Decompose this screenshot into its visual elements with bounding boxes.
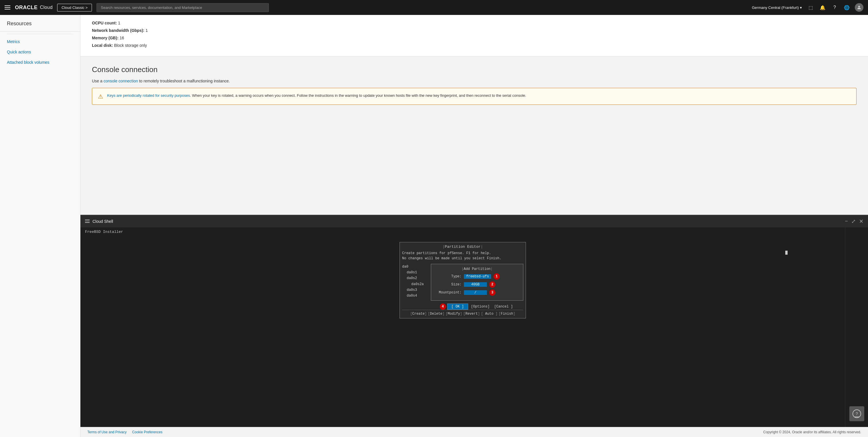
notifications-icon[interactable]: 🔔 xyxy=(818,3,827,11)
freebsd-installer-label: FreeBSD Installer xyxy=(81,227,845,236)
svg-rect-4 xyxy=(854,416,860,417)
cloud-classic-button[interactable]: Cloud Classic > xyxy=(57,4,92,11)
memory-label: Memory (GB): xyxy=(92,36,119,40)
delete-btn[interactable]: [Delete] xyxy=(428,312,445,316)
region-label: Germany Central (Frankfurt) xyxy=(752,5,799,10)
disk-row: Local disk: Block storage only xyxy=(92,43,857,48)
region-chevron-icon: ▾ xyxy=(800,5,802,10)
sidebar-item-quick-actions[interactable]: Quick actions xyxy=(0,47,80,57)
modify-btn[interactable]: [Modify] xyxy=(445,312,462,316)
terminal-area: FreeBSD Installer |Partition Editor| Cre… xyxy=(81,227,868,427)
nav-right-area: Germany Central (Frankfurt) ▾ ⬚ 🔔 ? 🌐 xyxy=(752,3,863,12)
partition-outer-box: |Partition Editor| Create partitions for… xyxy=(400,242,526,318)
options-button[interactable]: [Options] xyxy=(469,304,491,310)
terminal-content[interactable]: |Partition Editor| Create partitions for… xyxy=(81,236,845,427)
content-area: OCPU count: 1 Network bandwidth (Gbps): … xyxy=(81,15,868,215)
sidebar-item-attached-block-volumes[interactable]: Attached block volumes xyxy=(0,57,80,67)
console-connection-link[interactable]: console connection xyxy=(103,79,138,83)
cloud-shell-close-button[interactable]: ✕ xyxy=(859,218,863,224)
top-navigation: ORACLE Cloud Cloud Classic > Germany Cen… xyxy=(0,0,868,15)
partition-da0s3: da0s3 xyxy=(402,287,431,293)
sidebar-item-metrics[interactable]: Metrics xyxy=(0,36,80,47)
step-number-2: 2 xyxy=(489,281,495,288)
memory-value: 16 xyxy=(120,36,124,40)
terminal-left-panel: FreeBSD Installer |Partition Editor| Cre… xyxy=(81,227,845,427)
sidebar-title: Resources xyxy=(0,21,80,32)
sidebar: Resources Metrics Quick actions Attached… xyxy=(0,15,81,437)
size-row: Size: 40GB 2 xyxy=(436,281,519,288)
partition-da0: da0 xyxy=(402,264,431,270)
svg-text:?: ? xyxy=(856,411,858,416)
cloud-shell-maximize-button[interactable]: ⤢ xyxy=(851,218,856,224)
partition-desc-line1: Create partitions for pfSense. F1 for he… xyxy=(402,251,523,256)
mountpoint-label: Mountpoint: xyxy=(436,290,462,294)
add-partition-box: |Add Partition| Type: freebsd-ufs 1 xyxy=(431,264,523,301)
type-value: freebsd-ufs xyxy=(464,274,491,279)
partition-desc-line2: No changes will be made until you select… xyxy=(402,256,523,261)
oracle-wordmark: ORACLE xyxy=(15,5,38,11)
console-section: Console connection Use a console connect… xyxy=(81,57,868,215)
oracle-logo: ORACLE Cloud xyxy=(15,5,53,11)
copyright-text: Copyright © 2024, Oracle and/or its affi… xyxy=(763,430,861,434)
step-number-4: 4 xyxy=(440,304,446,310)
help-icon-box[interactable]: ? xyxy=(849,406,864,421)
ap-action-buttons: 4 [ OK ] [Options] [Cancel ] xyxy=(431,304,523,310)
partition-da0s2: da0s2 xyxy=(402,275,431,281)
desc-suffix: to remotely troubleshoot a malfunctionin… xyxy=(138,79,230,83)
network-label: Network bandwidth (Gbps): xyxy=(92,28,145,33)
warning-rest: . When your key is rotated, a warning oc… xyxy=(190,93,526,98)
type-row: Type: freebsd-ufs 1 xyxy=(436,273,519,280)
mountpoint-value: / xyxy=(464,290,487,295)
mountpoint-row: Mountpoint: / 3 xyxy=(436,289,519,296)
terms-link[interactable]: Terms of Use and Privacy xyxy=(87,430,127,434)
hamburger-menu[interactable] xyxy=(5,5,10,9)
cloud-shell-icon[interactable]: ⬚ xyxy=(807,3,814,11)
cancel-button[interactable]: [Cancel ] xyxy=(493,304,515,310)
add-partition-container: |Add Partition| Type: freebsd-ufs 1 xyxy=(431,264,523,310)
size-value: 40GB xyxy=(464,282,487,287)
region-selector[interactable]: Germany Central (Frankfurt) ▾ xyxy=(752,5,802,10)
partition-bottom-bar: [Create] [Delete] [Modify] [Revert] [ Au… xyxy=(402,310,523,316)
ocpu-row: OCPU count: 1 xyxy=(92,21,857,25)
cloud-shell-actions: − ⤢ ✕ xyxy=(845,218,863,224)
memory-row: Memory (GB): 16 xyxy=(92,36,857,40)
disk-label: Local disk: xyxy=(92,43,113,48)
finish-btn[interactable]: [Finish] xyxy=(499,312,515,316)
search-input[interactable] xyxy=(96,3,269,12)
partition-da0s4: da0s4 xyxy=(402,293,431,299)
cloud-shell-menu-icon[interactable] xyxy=(85,220,90,223)
warning-text-content: Keys are periodically rotated for securi… xyxy=(107,93,526,98)
partition-da0s2a: da0s2a xyxy=(402,281,431,287)
terminal-cursor xyxy=(785,251,787,255)
warning-link[interactable]: Keys are periodically rotated for securi… xyxy=(107,93,190,98)
nav-icon-group: ⬚ 🔔 ? 🌐 xyxy=(807,3,863,12)
ocpu-value: 1 xyxy=(118,21,120,25)
desc-prefix: Use a xyxy=(92,79,103,83)
help-icon[interactable]: ? xyxy=(831,3,839,11)
disk-value: Block storage only xyxy=(114,43,147,48)
partition-list: da0 da0s1 da0s2 da0s2a da0s3 da0s4 xyxy=(402,264,431,299)
language-icon[interactable]: 🌐 xyxy=(843,3,851,11)
cloud-shell-minimize-button[interactable]: − xyxy=(845,218,848,224)
revert-btn[interactable]: [Revert] xyxy=(463,312,480,316)
create-btn[interactable]: [Create] xyxy=(410,312,427,316)
ocpu-label: OCPU count: xyxy=(92,21,117,25)
cookie-link[interactable]: Cookie Preferences xyxy=(132,430,162,434)
partition-editor-desc: Create partitions for pfSense. F1 for he… xyxy=(402,251,523,261)
svg-point-0 xyxy=(858,6,860,7)
warning-icon: ⚠ xyxy=(98,93,103,100)
ok-button[interactable]: [ OK ] xyxy=(447,304,468,310)
network-value: 1 xyxy=(146,28,148,33)
step-number-3: 3 xyxy=(489,289,495,296)
network-row: Network bandwidth (Gbps): 1 xyxy=(92,28,857,33)
partition-editor-overlay: |Partition Editor| Create partitions for… xyxy=(400,242,526,318)
warning-box: ⚠ Keys are periodically rotated for secu… xyxy=(92,88,857,105)
partition-editor-title: |Partition Editor| xyxy=(402,245,523,249)
instance-info-section: OCPU count: 1 Network bandwidth (Gbps): … xyxy=(81,15,868,57)
auto-btn[interactable]: [ Auto ] xyxy=(481,312,498,316)
user-avatar[interactable] xyxy=(855,3,863,12)
step-number-1: 1 xyxy=(493,273,500,280)
add-partition-title: |Add Partition| xyxy=(436,267,519,271)
console-section-title: Console connection xyxy=(92,65,857,74)
footer: Terms of Use and Privacy Cookie Preferen… xyxy=(81,427,868,437)
